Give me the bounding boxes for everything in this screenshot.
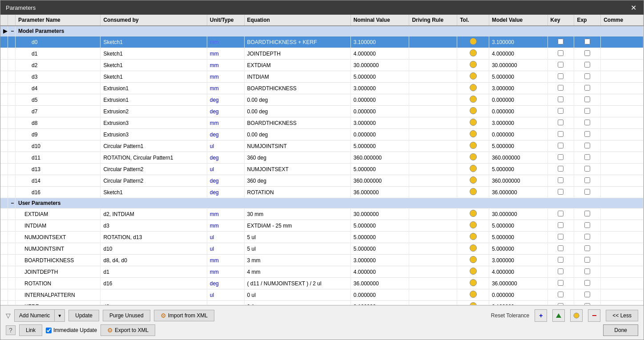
table-row[interactable]: d13 Circular Pattern2 ul NUMJOINTSEXT 5.… [0,164,644,175]
tol-minus-button[interactable]: − [588,309,600,322]
table-row[interactable]: NUMJOINTSEXT ROTATION, d13 ul 5 ul 5.000… [0,232,644,243]
table-row[interactable]: BOARDTHICKNESS d8, d4, d0 mm 3 mm 3.0000… [0,255,644,266]
tol-yellow-button[interactable] [570,309,583,322]
param-tol [457,36,489,48]
param-key[interactable] [547,36,574,48]
table-row[interactable]: ROTATION d16 deg ( d11 / NUMJOINTSEXT ) … [0,278,644,289]
table-area: Parameter Name Consumed by Unit/Type Equ… [0,15,644,305]
export-xml-button[interactable]: ⚙ Export to XML [101,324,155,336]
less-button[interactable]: << Less [606,310,638,321]
immediate-update-text: Immediate Update [53,327,97,333]
col-tol-header: Tol. [457,15,489,26]
reset-tolerance-label: Reset Tolerance [491,312,530,319]
table-row[interactable]: d4 Extrusion1 mm BOARDTHICKNESS 3.000000… [0,83,644,94]
user-params-label: User Parameters [16,198,644,208]
param-model: 3.100000 [489,36,547,48]
user-params-group[interactable]: − User Parameters [0,198,644,208]
table-row[interactable]: d10 Circular Pattern1 ul NUMJOINTSINT 5.… [0,140,644,152]
table-row[interactable]: JOINTDEPTH d1 mm 4 mm 4.000000 4.000000 [0,266,644,278]
table-row[interactable]: KERF d0 mm 0.1 mm 0.100000 0.100000 [0,301,644,306]
footer-row-2: ? Link Immediate Update ⚙ Export to XML … [6,324,638,336]
param-name: d0 [16,36,101,48]
immediate-update-checkbox[interactable] [46,328,52,333]
col-consumed-header: Consumed by [101,15,207,26]
table-row[interactable]: d3 Sketch1 mm INTDIAM 5.000000 5.000000 [0,71,644,83]
import-xml-button[interactable]: ⚙ Import from XML [154,310,214,321]
group-arrow[interactable]: ▶ [0,26,8,36]
group-expand[interactable]: − [8,26,16,36]
table-row[interactable]: d9 Extrusion3 deg 0.00 deg 0.000000 0.00… [0,129,644,140]
table-row[interactable]: NUMJOINTSINT d10 ul 5 ul 5.000000 5.0000… [0,243,644,255]
immediate-update-label: Immediate Update [46,327,97,333]
col-unit-header: Unit/Type [207,15,244,26]
param-consumed: Sketch1 [101,36,207,48]
exp-checkbox[interactable] [584,39,590,44]
param-equation: BOARDTHICKNESS + KERF [244,36,350,48]
yellow-circle-icon [573,312,580,319]
table-row[interactable]: d14 Circular Pattern2 deg 360 deg 360.00… [0,175,644,187]
table-row[interactable]: d0 Sketch1 mm BOARDTHICKNESS + KERF 3.10… [0,36,644,48]
table-row[interactable]: INTERNALPATTERN ul 0 ul 0.000000 0.00000… [0,289,644,301]
footer: ▽ Add Numeric ▼ Update Purge Unused ⚙ Im… [0,305,644,340]
update-button[interactable]: Update [68,310,99,321]
key-checkbox[interactable] [558,39,564,44]
col-arrow-header [0,15,8,26]
param-driving [409,36,457,48]
user-group-arrow[interactable] [0,198,8,208]
purge-unused-button[interactable]: Purge Unused [103,310,150,321]
filter-icon[interactable]: ▽ [6,312,11,319]
title-bar: Parameters ✕ [0,0,644,15]
row-expand [8,36,16,48]
col-comment-header: Comme [601,15,644,26]
tol-plus-button[interactable]: + [535,309,547,322]
export-icon: ⚙ [107,327,113,334]
row-arrow [0,36,8,48]
add-numeric-split-button[interactable]: Add Numeric ▼ [14,309,65,322]
parameters-dialog: Parameters ✕ Parameter Name Consumed by … [0,0,644,340]
param-comment [601,36,644,48]
footer-row-1: ▽ Add Numeric ▼ Update Purge Unused ⚙ Im… [6,309,638,322]
model-params-group[interactable]: ▶ − Model Parameters [0,26,644,36]
col-model-header: Model Value [489,15,547,26]
col-exp-header: Exp [574,15,601,26]
table-row[interactable]: d1 Sketch1 mm JOINTDEPTH 4.000000 4.0000… [0,48,644,60]
tol-green-button[interactable] [552,309,565,322]
table-row[interactable]: d7 Extrusion2 deg 0.00 deg 0.000000 0.00… [0,106,644,117]
green-triangle-icon [555,312,562,319]
svg-marker-0 [556,313,561,318]
param-name: d1 [16,48,101,60]
param-unit: mm [207,36,244,48]
param-consumed: Sketch1 [101,48,207,60]
model-params-label: Model Parameters [16,26,644,36]
col-key-header: Key [547,15,574,26]
dialog-title: Parameters [6,4,36,11]
link-button[interactable]: Link [19,324,42,336]
col-equation-header: Equation [244,15,350,26]
footer-right-bottom: Done [603,324,638,336]
parameters-table: Parameter Name Consumed by Unit/Type Equ… [0,15,644,305]
table-row[interactable]: EXTDIAM d2, INTDIAM mm 30 mm 30.000000 3… [0,208,644,220]
col-name-header: Parameter Name [16,15,101,26]
close-button[interactable]: ✕ [629,4,638,12]
add-numeric-button[interactable]: Add Numeric [15,310,54,321]
col-nominal-header: Nominal Value [350,15,409,26]
table-row[interactable]: d16 Sketch1 deg ROTATION 36.000000 36.00… [0,187,644,198]
table-row[interactable]: d2 Sketch1 mm EXTDIAM 30.000000 30.00000… [0,60,644,71]
footer-right-top: Reset Tolerance + − << Less [491,309,638,322]
param-exp[interactable] [574,36,601,48]
col-expand-header [8,15,16,26]
table-header-row: Parameter Name Consumed by Unit/Type Equ… [0,15,644,26]
table-row[interactable]: d5 Extrusion1 deg 0.00 deg 0.000000 0.00… [0,94,644,106]
table-row[interactable]: d8 Extrusion3 mm BOARDTHICKNESS 3.000000… [0,117,644,129]
add-numeric-arrow[interactable]: ▼ [54,310,64,321]
col-driving-header: Driving Rule [409,15,457,26]
svg-point-1 [574,313,579,318]
user-group-expand[interactable]: − [8,198,16,208]
param-nominal: 3.100000 [350,36,409,48]
table-row[interactable]: d11 ROTATION, Circular Pattern1 deg 360 … [0,152,644,164]
help-button[interactable]: ? [6,325,16,335]
done-button[interactable]: Done [603,324,638,336]
import-icon: ⚙ [161,312,166,319]
table-row[interactable]: INTDIAM d3 mm EXTDIAM - 25 mm 5.000000 5… [0,220,644,232]
